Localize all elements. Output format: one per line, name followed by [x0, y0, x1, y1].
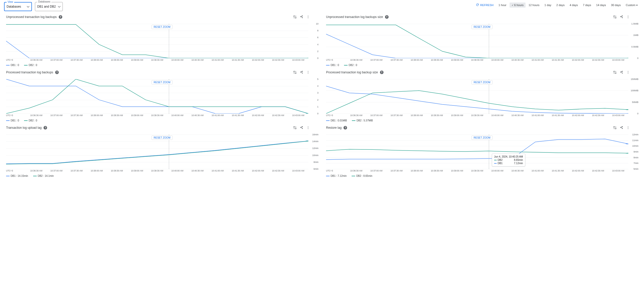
x-tick: 10:40:30 AM [507, 114, 528, 118]
series-line-db1 [326, 86, 628, 114]
chart-panel-upload_lag: Transaction log upload lag?RESET ZOOM6mi… [4, 126, 320, 177]
legend-item-db1[interactable]: DB1 : 7.12min [326, 175, 347, 177]
share-icon[interactable] [620, 15, 623, 19]
time-range-6-hours[interactable]: 6 hours [510, 3, 526, 8]
share-icon[interactable] [300, 126, 303, 129]
chart-panel-unproc_size: Unprocessed transaction log backups size… [324, 15, 640, 67]
expand-icon[interactable] [613, 126, 617, 129]
more-icon[interactable] [626, 71, 630, 74]
svg-point-12 [308, 126, 308, 127]
more-icon[interactable] [306, 15, 310, 19]
legend-item-db2[interactable]: DB2 : 5.37MiB [352, 119, 373, 122]
svg-point-5 [628, 18, 628, 18]
reset-zoom-button[interactable]: RESET ZOOM [151, 25, 173, 29]
reset-zoom-button[interactable]: RESET ZOOM [151, 136, 173, 140]
databases-select[interactable]: Databases DB1 and DB2 [35, 2, 63, 11]
legend-swatch [344, 65, 348, 66]
legend-item-db1[interactable]: DB1 : 0 [6, 119, 19, 122]
y-tick: 9min [633, 150, 638, 153]
time-range-4-days[interactable]: 4 days [568, 3, 580, 8]
more-icon[interactable] [306, 126, 310, 129]
chart-plot-area[interactable]: RESET ZOOM050MiB100MiB150MiBUTC+310:36:3… [324, 75, 640, 118]
legend-item-db1[interactable]: DB1 : 14.15min [6, 175, 28, 177]
x-tick: 10:40:30 AM [187, 59, 208, 63]
databases-select-label: Databases [37, 0, 51, 3]
refresh-button[interactable]: REFRESH [474, 2, 496, 8]
y-tick: 10min [632, 145, 638, 147]
legend-item-db2[interactable]: DB2 : 0 [344, 64, 357, 67]
tooltip-row: DB28.65min [494, 159, 523, 161]
x-tick: 10:39:30 AM [467, 59, 487, 63]
chart-plot-area[interactable]: RESET ZOOM5min7min8min9min10min11min12mi… [324, 131, 640, 173]
x-tick: 10:38:30 AM [107, 59, 127, 63]
help-icon[interactable]: ? [59, 15, 62, 19]
legend-item-db1[interactable]: DB1 : 0 [326, 64, 339, 67]
share-icon[interactable] [300, 15, 303, 19]
x-tick: 10:42:00 AM [248, 169, 268, 173]
svg-point-8 [308, 73, 308, 74]
x-tick: 10:38:30 AM [107, 169, 127, 173]
time-range-2-days[interactable]: 2 days [554, 3, 567, 8]
time-range-controls: REFRESH 1 hour6 hours12 hours1 day2 days… [474, 2, 640, 8]
x-tick: 10:40:30 AM [507, 59, 528, 63]
expand-icon[interactable] [293, 126, 297, 129]
legend-label: DB2 : 14.1min [38, 175, 54, 177]
svg-point-11 [628, 73, 628, 74]
share-icon[interactable] [620, 126, 623, 129]
more-icon[interactable] [306, 71, 310, 74]
time-range-1-hour[interactable]: 1 hour [496, 3, 508, 8]
expand-icon[interactable] [613, 15, 617, 19]
view-select[interactable]: View Databases [4, 2, 32, 11]
reset-zoom-button[interactable]: RESET ZOOM [151, 80, 173, 84]
chart-title: Processed transaction log backups [6, 71, 53, 74]
svg-point-9 [628, 71, 628, 72]
time-range-1-day[interactable]: 1 day [542, 3, 553, 8]
time-range-14-days[interactable]: 14 days [594, 3, 608, 8]
x-tick: 10:42:00 AM [568, 114, 588, 118]
x-tick: 10:38:00 AM [87, 114, 107, 118]
y-tick: 10min [312, 154, 318, 157]
y-tick: 14min [312, 140, 318, 143]
legend-item-db2[interactable]: DB2 : 14.1min [33, 175, 54, 177]
more-icon[interactable] [626, 126, 630, 129]
legend-item-db2[interactable]: DB2 : 0 [24, 64, 37, 67]
x-tick: 10:39:00 AM [447, 169, 467, 173]
legend-item-db2[interactable]: DB2 : 8.65min [352, 175, 372, 177]
x-tick: 10:36:30 AM [26, 114, 47, 118]
chart-plot-area[interactable]: RESET ZOOM0246810UTC+310:36:30 AM10:37:0… [4, 20, 320, 63]
time-range-12-hours[interactable]: 12 hours [527, 3, 541, 8]
share-icon[interactable] [620, 71, 623, 74]
time-range-7-days[interactable]: 7 days [581, 3, 593, 8]
y-tick: 0 [637, 57, 638, 59]
expand-icon[interactable] [293, 15, 297, 19]
y-tick: 2 [317, 50, 318, 53]
chart-plot-area[interactable]: RESET ZOOM012345UTC+310:36:30 AM10:37:00… [4, 75, 320, 118]
chart-plot-area[interactable]: RESET ZOOM00.5MiB1MiB1.5MiBUTC+310:36:30… [324, 20, 640, 63]
legend-label: DB1 : 7.12min [331, 175, 347, 177]
legend-item-db1[interactable]: DB1 : 0.01MiB [326, 119, 347, 122]
help-icon[interactable]: ? [44, 126, 47, 129]
legend-label: DB2 : 5.37MiB [356, 119, 373, 122]
expand-icon[interactable] [613, 71, 617, 74]
x-tick: 10:39:30 AM [467, 114, 487, 118]
reset-zoom-button[interactable]: RESET ZOOM [471, 136, 493, 140]
legend-item-db2[interactable]: DB2 : 0 [24, 119, 37, 122]
help-icon[interactable]: ? [55, 71, 59, 74]
help-icon[interactable]: ? [380, 71, 384, 74]
reset-zoom-button[interactable]: RESET ZOOM [471, 25, 493, 29]
y-tick: 3 [317, 92, 318, 94]
share-icon[interactable] [300, 71, 303, 74]
legend-item-db1[interactable]: DB1 : 0 [6, 64, 19, 67]
x-tick: 10:41:30 AM [548, 114, 568, 118]
y-tick: 0.5MiB [631, 46, 638, 48]
help-icon[interactable]: ? [385, 15, 389, 19]
reset-zoom-button[interactable]: RESET ZOOM [471, 80, 493, 84]
time-range-30-days[interactable]: 30 days [609, 3, 623, 8]
more-icon[interactable] [626, 15, 630, 19]
chart-plot-area[interactable]: RESET ZOOM6min8min10min12min14min16minUT… [4, 131, 320, 173]
help-icon[interactable]: ? [344, 126, 347, 129]
svg-point-16 [628, 127, 628, 128]
expand-icon[interactable] [293, 71, 297, 74]
y-tick: 11min [632, 139, 638, 142]
time-range-custom[interactable]: Custom [624, 3, 640, 8]
